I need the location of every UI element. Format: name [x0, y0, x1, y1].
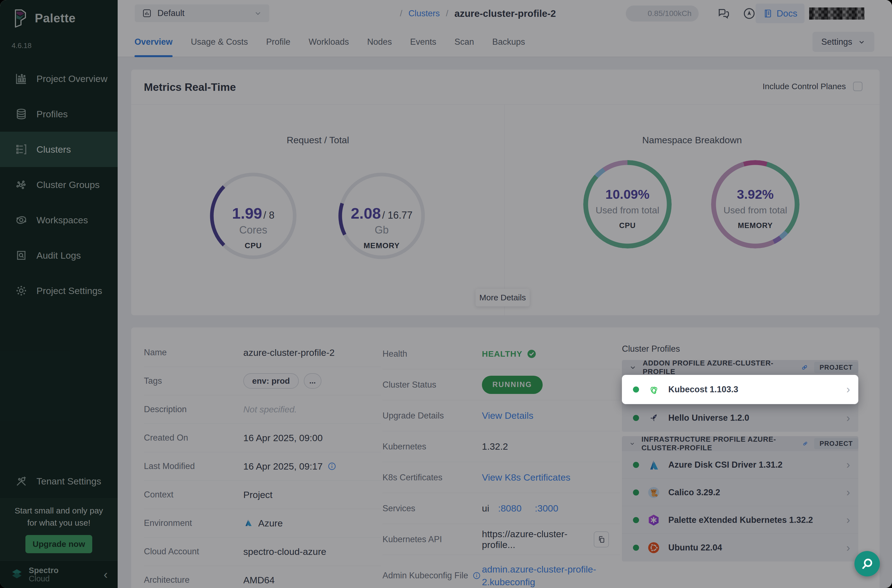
search-icon: [860, 556, 874, 571]
profile-name: Kubecost 1.103.3: [668, 384, 738, 394]
kubecost-icon: [647, 383, 660, 396]
app-screen: Palette 4.6.18 Project Overview Profiles: [0, 0, 892, 588]
search-beacon-button[interactable]: [854, 551, 880, 576]
profile-row-kubecost[interactable]: Kubecost 1.103.3 ›: [622, 375, 858, 404]
tour-dim-overlay: [0, 0, 892, 588]
status-dot: [633, 387, 639, 393]
chevron-right-icon: ›: [847, 383, 850, 396]
